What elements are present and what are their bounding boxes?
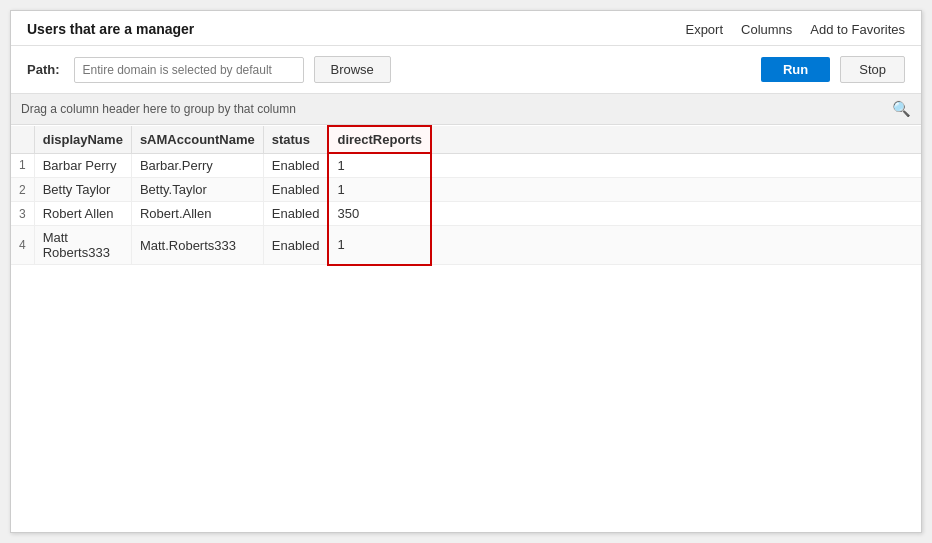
col-header-directreports[interactable]: directReports bbox=[328, 126, 431, 153]
results-table: displayName sAMAccountName status direct… bbox=[11, 125, 921, 266]
cell-empty bbox=[431, 202, 921, 226]
cell-empty bbox=[431, 153, 921, 178]
cell-displayname: Matt Roberts333 bbox=[34, 226, 131, 265]
table-row[interactable]: 1Barbar PerryBarbar.PerryEnabled1 bbox=[11, 153, 921, 178]
browse-button[interactable]: Browse bbox=[314, 56, 391, 83]
cell-displayname: Barbar Perry bbox=[34, 153, 131, 178]
add-to-favorites-button[interactable]: Add to Favorites bbox=[810, 22, 905, 37]
run-button[interactable]: Run bbox=[761, 57, 830, 82]
table-row[interactable]: 2Betty TaylorBetty.TaylorEnabled1 bbox=[11, 178, 921, 202]
columns-button[interactable]: Columns bbox=[741, 22, 792, 37]
stop-button[interactable]: Stop bbox=[840, 56, 905, 83]
cell-directreports: 1 bbox=[328, 153, 431, 178]
table-row[interactable]: 4Matt Roberts333Matt.Roberts333Enabled1 bbox=[11, 226, 921, 265]
cell-status: Enabled bbox=[263, 153, 328, 178]
table-container: displayName sAMAccountName status direct… bbox=[11, 125, 921, 532]
drag-hint-bar: Drag a column header here to group by th… bbox=[11, 94, 921, 125]
path-label: Path: bbox=[27, 62, 60, 77]
cell-status: Enabled bbox=[263, 226, 328, 265]
main-window: Users that are a manager Export Columns … bbox=[10, 10, 922, 533]
cell-samaccountname: Robert.Allen bbox=[131, 202, 263, 226]
cell-samaccountname: Matt.Roberts333 bbox=[131, 226, 263, 265]
cell-directreports: 1 bbox=[328, 178, 431, 202]
cell-displayname: Robert Allen bbox=[34, 202, 131, 226]
col-header-displayname[interactable]: displayName bbox=[34, 126, 131, 153]
col-header-index[interactable] bbox=[11, 126, 34, 153]
table-header-row: displayName sAMAccountName status direct… bbox=[11, 126, 921, 153]
cell-displayname: Betty Taylor bbox=[34, 178, 131, 202]
search-icon[interactable]: 🔍 bbox=[892, 100, 911, 118]
cell-samaccountname: Betty.Taylor bbox=[131, 178, 263, 202]
toolbar: Path: Browse Run Stop bbox=[11, 46, 921, 94]
cell-index: 1 bbox=[11, 153, 34, 178]
path-input[interactable] bbox=[74, 57, 304, 83]
cell-index: 3 bbox=[11, 202, 34, 226]
col-header-samaccountname[interactable]: sAMAccountName bbox=[131, 126, 263, 153]
export-button[interactable]: Export bbox=[685, 22, 723, 37]
title-bar: Users that are a manager Export Columns … bbox=[11, 11, 921, 46]
cell-index: 2 bbox=[11, 178, 34, 202]
cell-samaccountname: Barbar.Perry bbox=[131, 153, 263, 178]
drag-hint-text: Drag a column header here to group by th… bbox=[21, 102, 296, 116]
cell-status: Enabled bbox=[263, 178, 328, 202]
col-header-empty bbox=[431, 126, 921, 153]
table-row[interactable]: 3Robert AllenRobert.AllenEnabled350 bbox=[11, 202, 921, 226]
cell-empty bbox=[431, 226, 921, 265]
cell-status: Enabled bbox=[263, 202, 328, 226]
page-title: Users that are a manager bbox=[27, 21, 194, 37]
cell-directreports: 1 bbox=[328, 226, 431, 265]
cell-index: 4 bbox=[11, 226, 34, 265]
cell-directreports: 350 bbox=[328, 202, 431, 226]
title-bar-actions: Export Columns Add to Favorites bbox=[685, 22, 905, 37]
col-header-status[interactable]: status bbox=[263, 126, 328, 153]
cell-empty bbox=[431, 178, 921, 202]
